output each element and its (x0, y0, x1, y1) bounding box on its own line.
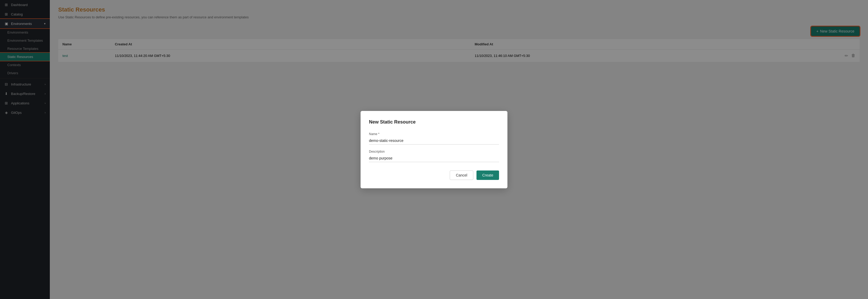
modal-overlay[interactable]: New Static Resource Name * Description C… (0, 0, 868, 299)
description-form-group: Description (369, 150, 499, 162)
modal-title: New Static Resource (369, 119, 499, 125)
name-label: Name * (369, 132, 499, 136)
name-input[interactable] (369, 137, 499, 145)
description-input[interactable] (369, 154, 499, 162)
cancel-button[interactable]: Cancel (450, 171, 473, 180)
description-label: Description (369, 150, 499, 153)
create-button[interactable]: Create (476, 171, 499, 180)
new-static-resource-modal: New Static Resource Name * Description C… (361, 111, 507, 188)
name-form-group: Name * (369, 132, 499, 145)
modal-footer: Cancel Create (369, 171, 499, 180)
